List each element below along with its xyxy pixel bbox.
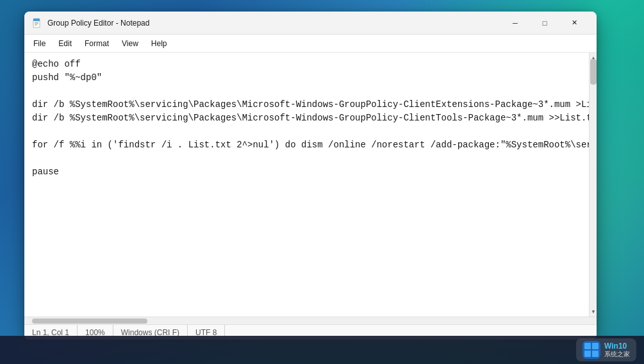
brand-sub: 系统之家	[604, 351, 630, 358]
menu-help[interactable]: Help	[145, 37, 174, 51]
window-title: Group Policy Editor - Notepad	[47, 19, 500, 28]
h-scroll-thumb[interactable]	[32, 318, 147, 324]
scroll-down-arrow[interactable]: ▼	[590, 306, 597, 317]
menu-file[interactable]: File	[27, 37, 52, 51]
brand-text: Win10 系统之家	[604, 342, 630, 358]
menu-bar: File Edit Format View Help	[24, 35, 597, 53]
window-controls: ─ □ ✕	[500, 12, 589, 35]
taskbar: Win10 系统之家	[0, 336, 644, 364]
svg-rect-7	[592, 343, 599, 349]
title-bar: Group Policy Editor - Notepad ─ □ ✕	[24, 12, 597, 35]
vertical-scrollbar[interactable]: ▲ ▼	[589, 53, 597, 317]
app-icon	[32, 18, 42, 28]
brand-widget: Win10 系统之家	[576, 338, 636, 361]
editor-container: @echo off pushd "%~dp0" dir /b %SystemRo…	[24, 53, 597, 317]
editor-content: @echo off pushd "%~dp0" dir /b %SystemRo…	[24, 53, 589, 317]
brand-main: Win10	[604, 342, 630, 351]
close-button[interactable]: ✕	[559, 12, 589, 35]
editor-textarea[interactable]: @echo off pushd "%~dp0" dir /b %SystemRo…	[24, 53, 589, 317]
maximize-button[interactable]: □	[530, 12, 559, 35]
minimize-button[interactable]: ─	[500, 12, 530, 35]
menu-format[interactable]: Format	[78, 37, 115, 51]
h-scroll-track	[26, 318, 595, 324]
svg-rect-9	[592, 351, 599, 357]
svg-rect-8	[584, 351, 591, 357]
menu-view[interactable]: View	[115, 37, 145, 51]
menu-edit[interactable]: Edit	[52, 37, 78, 51]
notepad-window: Group Policy Editor - Notepad ─ □ ✕ File…	[24, 12, 597, 340]
brand-logo	[582, 341, 600, 359]
svg-rect-1	[33, 19, 40, 21]
scroll-thumb[interactable]	[590, 59, 597, 85]
horizontal-scrollbar[interactable]	[24, 317, 597, 324]
svg-rect-6	[584, 343, 591, 349]
